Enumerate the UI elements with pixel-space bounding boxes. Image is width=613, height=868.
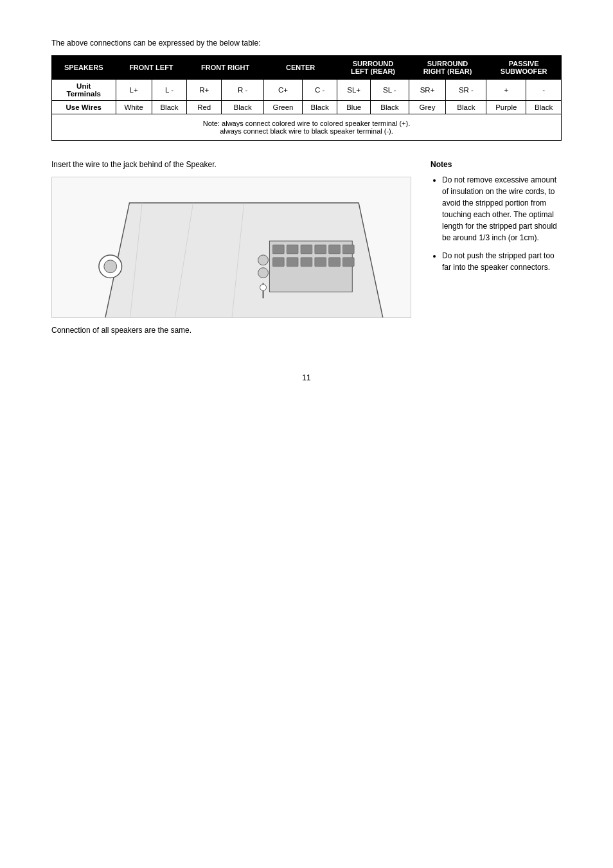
wire-black-3: Black [302, 101, 337, 114]
row-wires-header: Use Wires [52, 101, 116, 114]
speaker-left-column: Insert the wire to the jack behind of th… [51, 160, 411, 335]
svg-rect-8 [329, 245, 341, 254]
note-item-2: Do not push the stripped part too far in… [442, 250, 562, 273]
unit-sl-minus: SL - [371, 80, 409, 101]
unit-sub-plus: + [486, 80, 526, 101]
svg-point-17 [258, 268, 269, 278]
svg-rect-6 [301, 245, 312, 254]
svg-rect-5 [287, 245, 298, 254]
speaker-image-box [51, 177, 411, 318]
wire-black-6: Black [526, 101, 562, 114]
wire-blue: Blue [337, 101, 371, 114]
wire-purple: Purple [486, 101, 526, 114]
wire-black-1: Black [152, 101, 186, 114]
unit-sr-plus: SR+ [409, 80, 446, 101]
speaker-table: SPEAKERS FRONT LEFT FRONT RIGHT CENTER S… [51, 55, 562, 141]
svg-rect-15 [342, 258, 354, 267]
unit-c-minus: C - [302, 80, 337, 101]
th-center: CENTER [264, 56, 337, 80]
intro-text: The above connections can be expressed b… [51, 39, 562, 48]
th-passive-sub: PASSIVESUBWOOFER [486, 56, 562, 80]
svg-rect-10 [272, 258, 284, 267]
unit-sl-plus: SL+ [337, 80, 371, 101]
wire-black-5: Black [446, 101, 486, 114]
th-surround-right: SURROUNDRIGHT (REAR) [409, 56, 486, 80]
wire-grey: Grey [409, 101, 446, 114]
svg-rect-14 [329, 258, 341, 267]
wire-white: White [116, 101, 152, 114]
notes-title: Notes [431, 160, 562, 169]
speaker-section: Insert the wire to the jack behind of th… [51, 160, 562, 335]
wire-black-4: Black [371, 101, 409, 114]
unit-r-plus: R+ [187, 80, 222, 101]
connection-text: Connection of all speakers are the same. [51, 326, 411, 335]
svg-point-19 [260, 284, 267, 290]
svg-rect-9 [342, 245, 354, 254]
svg-rect-11 [287, 258, 298, 267]
speaker-right-column: Notes Do not remove excessive amount of … [431, 160, 562, 335]
svg-rect-4 [272, 245, 284, 254]
notes-list: Do not remove excessive amount of insula… [431, 174, 562, 273]
th-front-right: FRONT RIGHT [187, 56, 264, 80]
svg-rect-12 [301, 258, 312, 267]
unit-r-minus: R - [222, 80, 264, 101]
page-number: 11 [51, 373, 562, 382]
svg-point-2 [104, 260, 117, 273]
unit-c-plus: C+ [264, 80, 303, 101]
svg-rect-13 [315, 258, 326, 267]
wire-black-2: Black [222, 101, 264, 114]
unit-l-plus: L+ [116, 80, 152, 101]
wire-red: Red [187, 101, 222, 114]
th-speakers: SPEAKERS [52, 56, 116, 80]
table-note: Note: always connect colored wire to col… [52, 114, 562, 141]
th-surround-left: SURROUNDLEFT (REAR) [337, 56, 409, 80]
svg-point-16 [258, 255, 269, 265]
wire-green: Green [264, 101, 303, 114]
unit-sub-minus: - [526, 80, 562, 101]
unit-sr-minus: SR - [446, 80, 486, 101]
th-front-left: FRONT LEFT [116, 56, 187, 80]
note-item-1: Do not remove excessive amount of insula… [442, 174, 562, 244]
row-unit-header: UnitTerminals [52, 80, 116, 101]
unit-l-minus: L - [152, 80, 186, 101]
insert-text: Insert the wire to the jack behind of th… [51, 160, 411, 169]
svg-rect-7 [315, 245, 326, 254]
speaker-illustration [52, 177, 411, 317]
